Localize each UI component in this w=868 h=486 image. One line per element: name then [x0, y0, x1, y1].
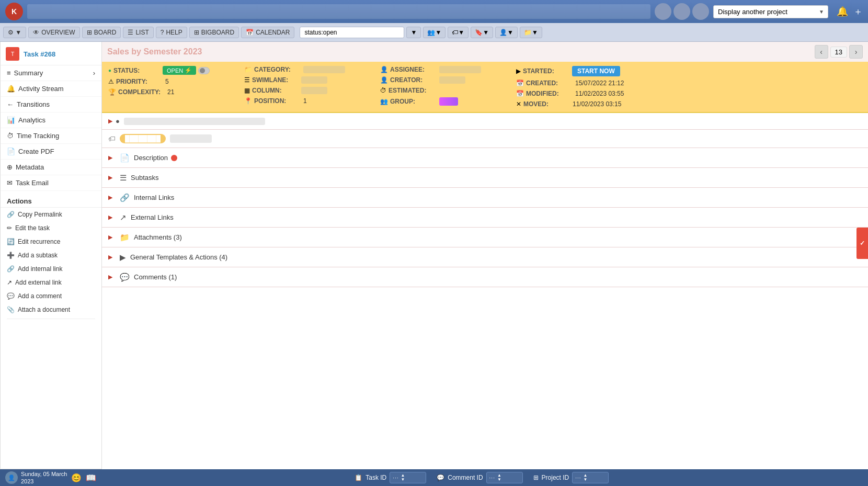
summary-text-bar	[124, 118, 265, 125]
comments-section[interactable]: ▶ 💬 Comments (1)	[102, 267, 868, 287]
smiley-icon[interactable]: 😊	[71, 473, 82, 483]
status-open-button[interactable]: OPEN ⚡	[163, 66, 196, 75]
add-comment-action[interactable]: 💬 Add a comment	[1, 289, 101, 303]
created-row: 📅 CREATED: 15/07/2022 21:12	[516, 80, 862, 87]
comment-id-input[interactable]: ··· ▲ ▼	[486, 472, 523, 483]
edit-recurrence-action[interactable]: 🔄 Edit recurrence	[1, 235, 101, 248]
status-row: ● STATUS: OPEN ⚡	[108, 66, 244, 75]
comments-icon: 💬	[120, 273, 130, 282]
sidebar-item-metadata[interactable]: ⊕ Metadata	[1, 160, 101, 175]
content-area: Sales by Semester 2023 ‹ 13 › ● STATUS: …	[102, 42, 868, 469]
group-icon: 👥	[380, 98, 388, 105]
add-subtask-action[interactable]: ➕ Add a subtask	[1, 248, 101, 262]
moved-row: ✕ MOVED: 11/02/2023 03:15	[516, 100, 862, 108]
description-badge	[171, 155, 177, 161]
sidebar-item-analytics[interactable]: 📊 Analytics	[1, 112, 101, 128]
bookmark-filter-button[interactable]: 🔖▼	[471, 27, 493, 38]
user-filter-button[interactable]: 👤▼	[495, 27, 518, 38]
creator-icon: 👤	[380, 76, 388, 84]
project-id-stepper[interactable]: ▲ ▼	[584, 473, 588, 482]
bigboard-icon: ⊞	[194, 29, 199, 36]
analytics-icon: 📊	[7, 116, 15, 124]
task-id-stepper[interactable]: ▲ ▼	[401, 473, 405, 482]
list-button[interactable]: ☰ LIST	[123, 27, 153, 38]
pdf-icon: 📄	[7, 148, 15, 155]
app-title-area	[27, 4, 650, 19]
tag-filter-button[interactable]: 🏷▼	[448, 27, 469, 38]
project-id-input[interactable]: ··· ▲ ▼	[572, 472, 609, 483]
board-button[interactable]: ⊞ BOARD	[82, 27, 121, 38]
task-id-input[interactable]: ··· ▲ ▼	[390, 472, 426, 483]
general-templates-section[interactable]: ▶ ▶ General Templates & Actions (4)	[102, 247, 868, 267]
status-bar: ● STATUS: OPEN ⚡ ⚠ PRIORITY: 5 🏆	[102, 62, 868, 113]
app-logo[interactable]: K	[5, 3, 23, 20]
comment-id-stepper[interactable]: ▲ ▼	[497, 473, 501, 482]
display-project-select[interactable]: Display another project	[713, 5, 828, 18]
description-section[interactable]: ▶ 📄 Description	[102, 148, 868, 168]
attachments-section[interactable]: ▶ 📁 Attachments (3)	[102, 228, 868, 247]
subtasks-section[interactable]: ▶ ☰ Subtasks	[102, 168, 868, 188]
tag-blurred-value	[170, 134, 212, 143]
internal-links-icon: 🔗	[120, 193, 130, 202]
position-row: 📍 POSITION: 1	[244, 97, 380, 105]
status-toggle[interactable]	[198, 67, 210, 74]
summary-toggle-icon[interactable]: ▶	[108, 118, 112, 125]
assignee-row: 👤 ASSIGNEE:	[380, 66, 516, 73]
user-avatar-icon[interactable]: 👤	[5, 471, 18, 484]
list-icon: ☰	[128, 29, 133, 36]
folder-filter-button[interactable]: 📁▼	[520, 27, 542, 38]
task-icon: T	[6, 47, 19, 61]
next-task-button[interactable]: ›	[849, 45, 863, 59]
avatar[interactable]	[673, 3, 690, 20]
stepper-down-icon[interactable]: ▼	[584, 478, 588, 482]
sidebar-item-create-pdf[interactable]: 📄 Create PDF	[1, 144, 101, 160]
stepper-down-icon[interactable]: ▼	[497, 478, 501, 482]
search-input[interactable]	[300, 27, 404, 38]
sidebar-item-time-tracking[interactable]: ⏱ Time Tracking	[1, 128, 101, 144]
add-icon[interactable]: ＋	[853, 5, 863, 18]
task-count-badge: 13	[830, 47, 847, 58]
task-number-link[interactable]: Task #268	[24, 50, 55, 58]
filter-button[interactable]: ▼	[406, 27, 421, 38]
estimated-icon: ⏱	[380, 87, 386, 94]
prev-task-button[interactable]: ‹	[815, 45, 828, 59]
add-external-link-action[interactable]: ↗ Add external link	[1, 276, 101, 289]
calendar-button[interactable]: 📅 CALENDAR	[241, 27, 294, 38]
activity-icon: 🔔	[7, 85, 15, 93]
overview-button[interactable]: 👁 OVERVIEW	[28, 27, 79, 38]
sidebar-item-transitions[interactable]: ← Transitions	[1, 97, 101, 112]
bigboard-button[interactable]: ⊞ BIGBOARD	[189, 27, 239, 38]
notification-icon[interactable]: 🔔	[837, 6, 848, 17]
description-toggle-icon: ▶	[108, 154, 116, 161]
stepper-down-icon[interactable]: ▼	[401, 478, 405, 482]
sidebar-item-activity[interactable]: 🔔 Activity Stream	[1, 81, 101, 97]
modified-row: 📅 MODIFIED: 11/02/2023 03:55	[516, 90, 862, 97]
external-links-section[interactable]: ▶ ↗ External Links	[102, 208, 868, 228]
creator-value	[439, 76, 465, 84]
people-filter-button[interactable]: 👥▼	[423, 27, 446, 38]
project-id-icon: ⊞	[533, 474, 539, 481]
settings-button[interactable]: ⚙ ▼	[3, 27, 26, 38]
book-icon[interactable]: 📖	[86, 473, 96, 483]
copy-permalink-action[interactable]: 🔗 Copy Permalink	[1, 208, 101, 221]
attachments-toggle-icon: ▶	[108, 234, 116, 241]
sidebar-item-task-email[interactable]: ✉ Task Email	[1, 175, 101, 191]
swimlane-row: ☰ SWIMLANE:	[244, 76, 380, 84]
start-now-button[interactable]: START NOW	[572, 66, 620, 76]
avatar[interactable]	[692, 3, 709, 20]
internal-links-section[interactable]: ▶ 🔗 Internal Links	[102, 188, 868, 208]
bottom-user-section: 👤 Sunday, 05 March 2023	[5, 470, 67, 485]
attach-document-action[interactable]: 📎 Attach a document	[1, 303, 101, 317]
sidebar-item-summary[interactable]: ≡ Summary ›	[1, 65, 101, 81]
sidebar: T Task #268 ≡ Summary › 🔔 Activity Strea…	[0, 42, 102, 469]
group-row: 👥 GROUP:	[380, 97, 516, 106]
content-scroll: ▶ ● 🏷 ████████ ▶ 📄 Description ▶ ☰ Subta	[102, 113, 868, 469]
help-button[interactable]: ? HELP	[156, 27, 187, 38]
right-side-button[interactable]: ✓	[856, 228, 868, 259]
edit-icon: ✏	[7, 224, 12, 232]
created-icon: 📅	[516, 80, 524, 87]
add-internal-link-action[interactable]: 🔗 Add internal link	[1, 262, 101, 276]
avatar[interactable]	[655, 3, 671, 20]
edit-task-action[interactable]: ✏ Edit the task	[1, 221, 101, 235]
plus-icon: ➕	[7, 252, 15, 259]
